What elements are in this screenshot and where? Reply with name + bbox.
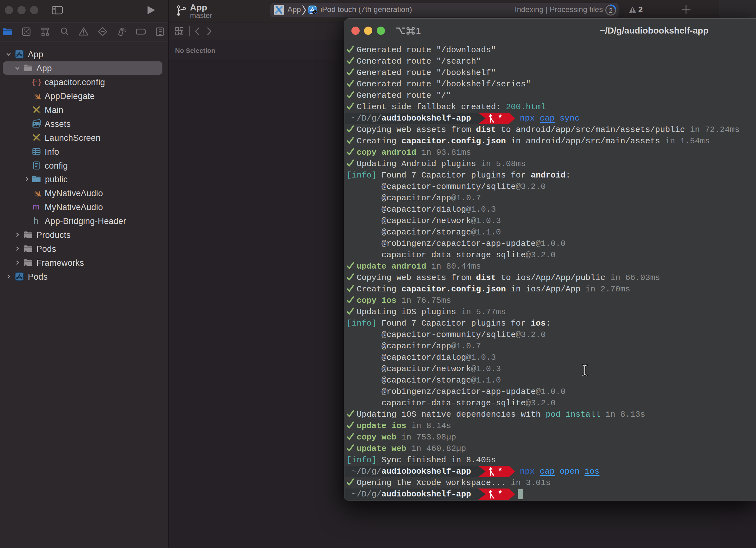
svg-text:}: }	[38, 78, 41, 86]
svg-text:2: 2	[609, 7, 613, 14]
svg-text:m: m	[33, 202, 40, 211]
svg-text:“: “	[34, 79, 37, 85]
svg-text:h: h	[34, 216, 38, 226]
svg-text:1: 1	[416, 26, 421, 35]
